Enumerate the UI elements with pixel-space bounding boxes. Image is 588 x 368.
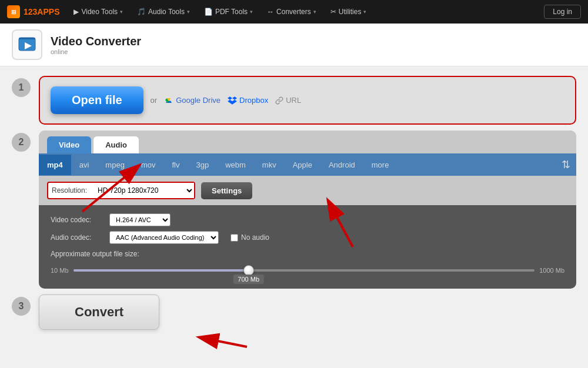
format-mpeg-label: mpeg: [105, 160, 125, 169]
slider-track: [74, 269, 535, 272]
settings-row: Resolution: HD 720p 1280x720 Full HD 108…: [39, 176, 576, 205]
svg-rect-1: [19, 38, 35, 39]
chevron-down-icon-2: ▾: [187, 9, 190, 15]
format-list: mp4 avi mpeg mov flv 3gp: [39, 153, 576, 176]
dropbox-label: Dropbox: [239, 96, 268, 105]
format-mp4-label: mp4: [47, 160, 63, 169]
step-2-number: 2: [12, 133, 31, 152]
format-mov[interactable]: mov: [133, 155, 164, 175]
step-1-number: 1: [12, 78, 31, 97]
google-drive-link[interactable]: Google Drive: [164, 96, 220, 105]
format-flv-label: flv: [172, 160, 179, 169]
link-icon: [275, 96, 283, 105]
format-mpeg[interactable]: mpeg: [97, 155, 133, 175]
step-2: 2 Video Audio mp4 avi: [12, 131, 576, 289]
video-codec-label: Video codec:: [51, 216, 103, 224]
step-1: 1 Open file or Google Drive Dropb: [12, 76, 576, 125]
format-mkv[interactable]: mkv: [254, 155, 285, 175]
format-mkv-label: mkv: [262, 160, 276, 169]
slider-min: 10 Mb: [51, 267, 69, 274]
format-sort-icon[interactable]: ⇅: [556, 153, 576, 176]
nav-pdf-label: PDF Tools: [215, 8, 248, 16]
logo[interactable]: ⊞ 123APPS: [7, 5, 59, 18]
video-icon: ▶: [74, 8, 79, 16]
audio-icon: 🎵: [137, 8, 146, 16]
format-tabs-header: Video Audio: [39, 131, 576, 153]
nav-converters[interactable]: ↔ Converters ▾: [261, 5, 322, 18]
app-header: Video Converter online: [0, 24, 588, 66]
nav-audio-tools[interactable]: 🎵 Audio Tools ▾: [131, 5, 196, 18]
app-title-area: Video Converter online: [51, 35, 141, 55]
format-webm-label: webm: [225, 160, 246, 169]
tab-audio-label: Audio: [105, 140, 127, 149]
nav-utilities-label: Utilities: [339, 8, 362, 16]
video-codec-select[interactable]: H.264 / AVC H.265 / HEVC VP9: [109, 213, 171, 226]
format-avi[interactable]: avi: [71, 155, 98, 175]
step3-content: Convert: [39, 295, 576, 330]
url-link[interactable]: URL: [275, 96, 301, 105]
nav-audio-label: Audio Tools: [148, 8, 185, 16]
dropbox-link[interactable]: Dropbox: [228, 96, 268, 105]
format-webm[interactable]: webm: [217, 155, 254, 175]
settings-panel: Video codec: H.264 / AVC H.265 / HEVC VP…: [39, 205, 576, 289]
no-audio-label: No audio: [230, 233, 269, 242]
logo-icon: ⊞: [7, 5, 20, 18]
nav-pdf-tools[interactable]: 📄 PDF Tools ▾: [198, 5, 259, 18]
format-more[interactable]: more: [363, 155, 397, 175]
step1-box: Open file or Google Drive Dropbox: [39, 76, 576, 125]
format-avi-label: avi: [79, 160, 89, 169]
format-3gp[interactable]: 3gp: [188, 155, 217, 175]
google-drive-icon: [164, 96, 173, 105]
audio-codec-select[interactable]: AAC (Advanced Audio Coding) MP3 OGG: [109, 231, 219, 244]
nav-video-label: Video Tools: [81, 8, 118, 16]
no-audio-checkbox[interactable]: [230, 234, 238, 242]
format-mp4[interactable]: mp4: [39, 155, 71, 175]
tab-video-label: Video: [59, 140, 79, 149]
chevron-down-icon: ▾: [120, 9, 123, 15]
format-android[interactable]: Android: [320, 155, 363, 175]
format-apple[interactable]: Apple: [285, 155, 320, 175]
audio-codec-row: Audio codec: AAC (Advanced Audio Coding)…: [51, 231, 564, 244]
no-audio-text: No audio: [241, 233, 269, 242]
step-3-number: 3: [12, 297, 31, 316]
resolution-wrapper: Resolution: HD 720p 1280x720 Full HD 108…: [47, 182, 195, 199]
cloud-options: Google Drive Dropbox URL: [164, 96, 301, 105]
nav-converters-label: Converters: [276, 8, 311, 16]
logo-text: 123APPS: [24, 7, 59, 16]
resolution-select[interactable]: HD 720p 1280x720 Full HD 1080p 1920x1080…: [91, 183, 194, 198]
format-more-label: more: [372, 160, 389, 169]
filesize-section: Approximate output file size: 10 Mb 700 …: [51, 250, 564, 279]
dropbox-icon: [228, 96, 237, 105]
open-file-button[interactable]: Open file: [51, 86, 143, 114]
login-button[interactable]: Log in: [544, 5, 581, 19]
step2-box: Video Audio mp4 avi mpeg: [39, 131, 576, 289]
audio-codec-label: Audio codec:: [51, 233, 103, 242]
chevron-down-icon-5: ▾: [363, 9, 366, 15]
slider-wrapper: 700 Mb: [74, 262, 535, 279]
format-3gp-label: 3gp: [196, 160, 209, 169]
format-mov-label: mov: [141, 160, 156, 169]
settings-button[interactable]: Settings: [201, 182, 252, 199]
navbar: ⊞ 123APPS ▶ Video Tools ▾ 🎵 Audio Tools …: [0, 0, 588, 24]
step-3: 3 Convert: [12, 295, 576, 330]
format-android-label: Android: [329, 160, 355, 169]
chevron-down-icon-3: ▾: [250, 9, 253, 15]
slider-tooltip: 700 Mb: [233, 275, 264, 284]
utilities-icon: ✂: [330, 8, 336, 16]
or-text: or: [151, 96, 158, 105]
tab-video[interactable]: Video: [47, 136, 91, 153]
pdf-icon: 📄: [204, 8, 213, 16]
nav-utilities[interactable]: ✂ Utilities ▾: [325, 5, 373, 18]
slider-fill: [74, 269, 249, 272]
google-drive-label: Google Drive: [176, 96, 220, 105]
format-flv[interactable]: flv: [163, 155, 188, 175]
page-subtitle: online: [51, 48, 141, 55]
slider-container: 10 Mb 700 Mb 1000 Mb: [51, 262, 564, 279]
slider-max: 1000 Mb: [539, 267, 564, 274]
nav-video-tools[interactable]: ▶ Video Tools ▾: [68, 5, 129, 18]
video-codec-row: Video codec: H.264 / AVC H.265 / HEVC VP…: [51, 213, 564, 226]
convert-button[interactable]: Convert: [39, 295, 159, 330]
tab-audio[interactable]: Audio: [93, 136, 139, 153]
chevron-down-icon-4: ▾: [313, 9, 316, 15]
main-content: 1 Open file or Google Drive Dropb: [0, 66, 588, 345]
